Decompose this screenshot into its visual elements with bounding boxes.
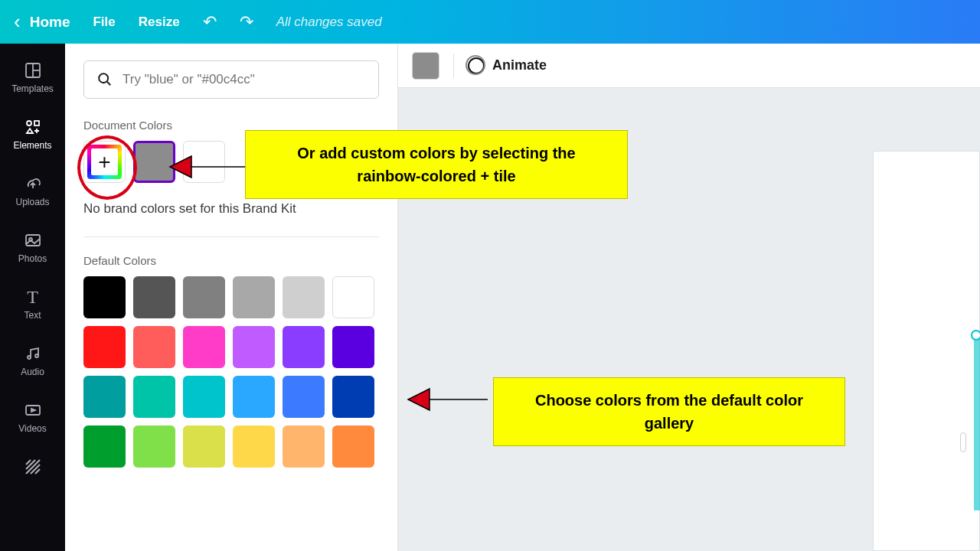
svg-rect-4 xyxy=(34,121,39,126)
audio-icon xyxy=(24,344,42,364)
save-status: All changes saved xyxy=(276,15,382,30)
default-color-swatch[interactable] xyxy=(233,276,275,318)
file-menu[interactable]: File xyxy=(93,15,115,30)
animate-label: Animate xyxy=(492,57,547,73)
default-color-swatch[interactable] xyxy=(332,276,374,318)
uploads-icon xyxy=(24,174,42,194)
brand-kit-message: No brand colors set for this Brand Kit xyxy=(83,201,379,237)
nav-templates[interactable]: Templates xyxy=(0,56,65,99)
svg-line-13 xyxy=(31,465,40,474)
redo-icon[interactable]: ↷ xyxy=(240,12,253,32)
nav-label: Templates xyxy=(11,83,54,94)
nav-elements[interactable]: Elements xyxy=(0,112,65,155)
nav-videos[interactable]: Videos xyxy=(0,396,65,439)
default-color-swatch[interactable] xyxy=(332,326,374,368)
videos-icon xyxy=(24,400,42,420)
resize-menu[interactable]: Resize xyxy=(139,15,180,30)
default-color-swatch[interactable] xyxy=(133,276,175,318)
svg-point-15 xyxy=(99,73,108,83)
default-color-swatch[interactable] xyxy=(332,376,374,418)
nav-photos[interactable]: Photos xyxy=(0,226,65,269)
default-color-swatch[interactable] xyxy=(83,425,126,468)
nav-text[interactable]: T Text xyxy=(0,282,65,325)
workspace: Templates Elements Uploads Photos T Text… xyxy=(0,44,980,551)
svg-point-3 xyxy=(27,121,31,126)
toolbar-separator xyxy=(453,54,454,78)
default-color-swatch[interactable] xyxy=(183,276,225,318)
search-input[interactable] xyxy=(122,72,366,87)
home-link[interactable]: Home xyxy=(30,14,70,31)
nav-label: Text xyxy=(24,310,41,321)
selection-handle[interactable] xyxy=(971,330,980,341)
animate-icon xyxy=(468,57,485,74)
default-color-swatch[interactable] xyxy=(332,425,374,468)
default-color-swatch[interactable] xyxy=(133,376,175,418)
nav-label: Photos xyxy=(18,253,47,264)
default-color-swatch[interactable] xyxy=(133,425,175,468)
default-color-swatch[interactable] xyxy=(83,326,126,368)
default-color-swatch[interactable] xyxy=(83,376,126,418)
side-nav: Templates Elements Uploads Photos T Text… xyxy=(0,44,65,551)
default-color-swatch[interactable] xyxy=(133,326,175,368)
annotation-arrow-2 xyxy=(405,383,489,416)
svg-line-14 xyxy=(35,469,40,474)
default-color-swatch[interactable] xyxy=(183,376,225,418)
top-bar: ‹ Home File Resize ↶ ↷ All changes saved xyxy=(0,0,980,44)
default-colors-label: Default Colors xyxy=(83,254,379,267)
nav-background[interactable] xyxy=(0,452,65,481)
annotation-circle xyxy=(77,135,137,200)
animate-button[interactable]: Animate xyxy=(468,57,547,74)
nav-audio[interactable]: Audio xyxy=(0,339,65,382)
nav-label: Audio xyxy=(21,367,44,377)
default-color-swatch[interactable] xyxy=(283,425,325,468)
resize-handle[interactable] xyxy=(960,432,966,452)
nav-uploads[interactable]: Uploads xyxy=(0,169,65,212)
annotation-callout-2: Choose colors from the default color gal… xyxy=(493,377,845,446)
nav-label: Videos xyxy=(18,423,46,434)
elements-icon xyxy=(24,117,42,137)
undo-icon[interactable]: ↶ xyxy=(203,12,217,32)
search-icon xyxy=(96,71,113,88)
current-color-swatch[interactable] xyxy=(412,52,439,80)
background-icon xyxy=(24,457,42,477)
text-icon: T xyxy=(27,287,38,307)
default-color-swatch[interactable] xyxy=(233,425,275,468)
svg-point-8 xyxy=(35,354,38,357)
default-color-swatch[interactable] xyxy=(283,326,325,368)
default-color-swatch[interactable] xyxy=(283,376,325,418)
color-search[interactable] xyxy=(83,60,379,99)
default-color-swatch[interactable] xyxy=(233,376,275,418)
photos-icon xyxy=(24,230,42,250)
canvas-area: Animate xyxy=(398,44,980,551)
selection-edge xyxy=(974,334,980,510)
default-color-swatch[interactable] xyxy=(83,276,126,318)
annotation-arrow-1 xyxy=(167,150,251,184)
default-color-swatch[interactable] xyxy=(183,425,225,468)
default-color-grid xyxy=(83,276,379,468)
svg-line-16 xyxy=(107,82,111,86)
svg-line-10 xyxy=(26,460,31,465)
default-color-swatch[interactable] xyxy=(283,276,325,318)
templates-icon xyxy=(24,60,42,80)
color-panel: Document Colors + No brand colors set fo… xyxy=(65,44,398,551)
svg-line-11 xyxy=(26,460,35,469)
annotation-callout-1: Or add custom colors by selecting the ra… xyxy=(245,130,628,199)
design-page[interactable] xyxy=(873,151,980,551)
svg-point-7 xyxy=(28,356,31,359)
canvas-toolbar: Animate xyxy=(398,44,980,88)
nav-label: Elements xyxy=(13,140,51,151)
back-icon[interactable]: ‹ xyxy=(14,10,21,34)
nav-label: Uploads xyxy=(15,197,49,207)
default-color-swatch[interactable] xyxy=(183,326,225,368)
default-color-swatch[interactable] xyxy=(233,326,275,368)
